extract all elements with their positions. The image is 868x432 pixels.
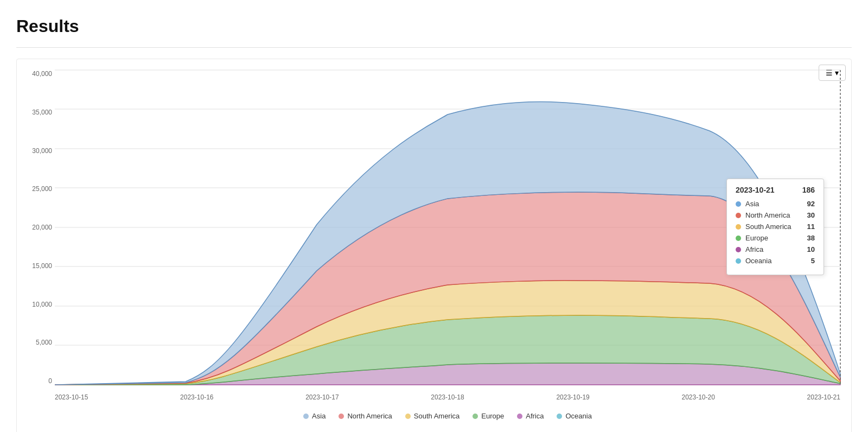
y-label-40k: 40,000 [22,70,52,78]
legend-label-southamerica: South America [414,412,460,420]
tooltip-row-europe: Europe 38 [736,234,815,242]
x-label-1018: 2023-10-18 [431,393,464,401]
y-label-0: 0 [22,377,52,385]
tooltip-header: 2023-10-21 186 [736,186,815,194]
y-label-10k: 10,000 [22,301,52,308]
tooltip-row-northamerica: North America 30 [736,211,815,219]
tooltip: 2023-10-21 186 Asia 92 North Americ [726,179,824,275]
legend-label-northamerica: North America [347,412,392,420]
legend-label-asia: Asia [312,412,326,420]
legend-item-oceania: Oceania [557,412,591,420]
legend-item-northamerica: North America [339,412,392,420]
tooltip-label-asia: Asia [736,200,807,208]
tooltip-total: 186 [802,186,815,194]
y-label-30k: 30,000 [22,147,52,155]
chart-wrapper: ☰ ▾ 0 5,000 10,000 15,000 20,000 25,000 … [16,59,852,432]
chart-svg [55,70,840,385]
africa-dot [736,247,741,252]
legend-dot-oceania [557,414,562,419]
x-label-1016: 2023-10-16 [180,393,213,401]
tooltip-date: 2023-10-21 [736,186,775,194]
y-axis: 0 5,000 10,000 15,000 20,000 25,000 30,0… [22,70,52,385]
y-label-15k: 15,000 [22,262,52,270]
y-label-35k: 35,000 [22,109,52,116]
y-label-20k: 20,000 [22,224,52,231]
tooltip-region-asia: Asia [745,200,759,208]
southamerica-dot [736,224,741,230]
tooltip-row-asia: Asia 92 [736,200,815,208]
x-label-1020: 2023-10-20 [681,393,714,401]
legend-dot-northamerica [339,414,344,419]
x-label-1021: 2023-10-21 [807,393,840,401]
x-label-1015: 2023-10-15 [55,393,88,401]
divider [16,47,852,48]
legend-item-southamerica: South America [405,412,460,420]
tooltip-value-europe: 38 [807,234,815,242]
tooltip-region-southamerica: South America [745,223,792,231]
tooltip-region-europe: Europe [745,234,768,242]
tooltip-value-africa: 10 [807,245,815,253]
tooltip-value-oceania: 5 [811,257,815,265]
tooltip-label-southamerica: South America [736,223,807,231]
tooltip-value-northamerica: 30 [807,211,815,219]
tooltip-label-oceania: Oceania [736,257,811,265]
legend-dot-southamerica [405,414,411,419]
tooltip-region-oceania: Oceania [745,257,771,265]
legend-label-oceania: Oceania [565,412,591,420]
x-axis: 2023-10-15 2023-10-16 2023-10-17 2023-10… [55,393,840,401]
tooltip-region-northamerica: North America [745,211,790,219]
tooltip-row-oceania: Oceania 5 [736,257,815,265]
page-title: Results [16,16,852,36]
x-label-1017: 2023-10-17 [305,393,339,401]
northamerica-dot [736,213,741,218]
tooltip-value-asia: 92 [807,200,815,208]
legend-dot-africa [517,414,522,419]
legend-label-africa: Africa [526,412,544,420]
legend-label-europe: Europe [481,412,504,420]
tooltip-row-africa: Africa 10 [736,245,815,253]
legend-dot-europe [473,414,478,419]
page: Results ☰ ▾ 0 5,000 10,000 15,000 20,000… [0,0,868,432]
tooltip-label-africa: Africa [736,245,807,253]
legend-dot-asia [303,414,309,419]
y-label-25k: 25,000 [22,185,52,193]
chart-legend: Asia North America South America Europe … [55,412,840,420]
chart-area: 0 5,000 10,000 15,000 20,000 25,000 30,0… [55,70,840,385]
y-label-5k: 5,000 [22,339,52,346]
tooltip-region-africa: Africa [745,245,763,253]
chart-container: ☰ ▾ 0 5,000 10,000 15,000 20,000 25,000 … [16,59,852,432]
oceania-dot [736,258,741,264]
europe-dot [736,236,741,241]
legend-item-europe: Europe [473,412,504,420]
tooltip-label-europe: Europe [736,234,807,242]
tooltip-row-southamerica: South America 11 [736,223,815,231]
legend-item-asia: Asia [303,412,326,420]
legend-item-africa: Africa [517,412,544,420]
tooltip-value-southamerica: 11 [807,223,815,231]
asia-dot [736,201,741,207]
x-label-1019: 2023-10-19 [556,393,589,401]
tooltip-label-northamerica: North America [736,211,807,219]
